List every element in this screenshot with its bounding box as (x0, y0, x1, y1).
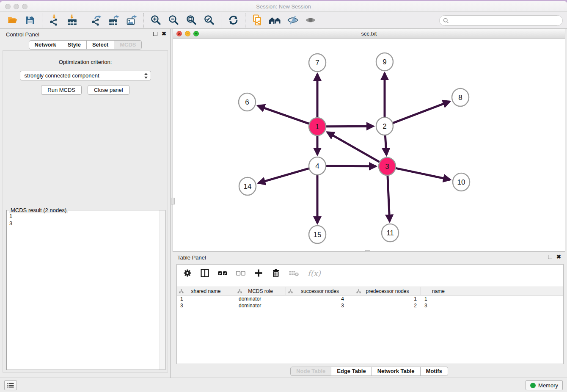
table-tab-node-table[interactable]: Node Table (290, 367, 331, 376)
import-network-icon[interactable] (48, 14, 61, 27)
svg-text:9: 9 (383, 58, 386, 66)
column-header-shared-name[interactable]: shared name (177, 287, 235, 295)
main-toolbar (0, 12, 567, 29)
save-session-icon[interactable] (24, 14, 36, 27)
fit-content-icon[interactable] (185, 14, 198, 27)
tree-hierarchy-icon (356, 289, 361, 295)
deselect-all-columns-icon[interactable] (236, 268, 246, 278)
control-tab-network[interactable]: Network (29, 40, 62, 50)
column-header-name[interactable]: name (421, 287, 456, 295)
search-input[interactable] (449, 17, 562, 24)
graph-edge-2-8[interactable] (393, 102, 450, 123)
close-table-panel-icon[interactable]: ✖ (556, 254, 561, 259)
control-panel: Control Panel ✖ NetworkStyleSelectMCDS O… (0, 29, 171, 378)
float-table-panel-icon[interactable] (548, 255, 552, 259)
network-canvas[interactable]: 1234678910111415 (173, 39, 565, 251)
table-cell[interactable]: 1 (354, 295, 421, 302)
app-window: Session: New Session (0, 1, 567, 392)
table-cell[interactable]: 3 (286, 302, 354, 309)
table-cell[interactable]: 1 (177, 295, 235, 302)
zoom-in-icon[interactable] (149, 14, 162, 27)
column-header-successor-nodes[interactable]: successor nodes (286, 287, 354, 295)
memory-button[interactable]: Memory (526, 380, 563, 390)
graph-node-7[interactable]: 7 (309, 54, 326, 72)
graph-edge-1-6[interactable] (258, 106, 309, 124)
svg-text:8: 8 (458, 94, 462, 102)
svg-text:14: 14 (244, 182, 252, 190)
table-tab-motifs[interactable]: Motifs (421, 367, 448, 376)
export-table-icon[interactable] (107, 14, 120, 27)
delete-columns-trash-icon[interactable] (271, 268, 281, 278)
create-column-plus-icon[interactable] (254, 268, 263, 278)
graph-node-1[interactable]: 1 (309, 118, 326, 135)
mcds-result-list: 13 (7, 211, 160, 370)
task-history-button[interactable] (4, 380, 17, 390)
svg-text:11: 11 (386, 229, 394, 237)
select-all-columns-icon[interactable] (217, 268, 228, 278)
main-titlebar: Session: New Session (0, 1, 567, 12)
table-cell[interactable]: dominator (235, 302, 286, 309)
graph-node-6[interactable]: 6 (239, 93, 256, 111)
close-panel-button[interactable]: Close panel (88, 85, 129, 95)
graph-edge-3-11[interactable] (388, 175, 390, 221)
run-mcds-button[interactable]: Run MCDS (41, 85, 82, 95)
svg-text:1: 1 (315, 123, 319, 131)
graph-node-8[interactable]: 8 (452, 88, 469, 106)
table-cell[interactable]: 3 (177, 302, 235, 309)
graph-node-2[interactable]: 2 (376, 117, 393, 135)
table-row[interactable]: 3dominator323 (177, 302, 563, 309)
graph-node-14[interactable]: 14 (239, 177, 256, 195)
table-cell[interactable]: 4 (286, 295, 354, 302)
zoom-selected-icon[interactable] (203, 14, 215, 27)
table-cell[interactable]: 2 (354, 302, 421, 309)
table-cell[interactable]: 1 (421, 295, 456, 302)
graph-edge-3-10[interactable] (396, 168, 450, 179)
graph-node-4[interactable]: 4 (309, 157, 326, 175)
open-session-icon[interactable] (6, 14, 19, 27)
graph-edge-3-1[interactable] (327, 132, 379, 162)
tree-hierarchy-icon (179, 289, 184, 295)
criterion-dropdown[interactable]: strongly connected component (20, 71, 151, 80)
table-tab-network-table[interactable]: Network Table (372, 367, 421, 376)
graph-edge-4-3[interactable] (326, 166, 376, 166)
table-cell[interactable]: dominator (235, 295, 286, 302)
close-panel-icon[interactable]: ✖ (162, 31, 166, 36)
svg-text:4: 4 (315, 162, 319, 170)
graph-node-15[interactable]: 15 (309, 226, 326, 243)
graph-node-3[interactable]: 3 (379, 157, 396, 175)
mcds-result-scrollbar[interactable] (160, 210, 165, 370)
control-tab-mcds[interactable]: MCDS (114, 40, 142, 50)
export-image-icon[interactable] (125, 14, 138, 27)
column-header-MCDS-role[interactable]: MCDS role (235, 287, 286, 295)
graph-node-11[interactable]: 11 (382, 224, 399, 242)
apply-function-icon: f(x) (308, 269, 321, 278)
graph-edge-1-2[interactable] (326, 126, 373, 127)
svg-text:2: 2 (383, 122, 386, 130)
show-column-panel-icon[interactable] (200, 268, 209, 278)
graph-edge-2-3[interactable] (385, 135, 386, 155)
graph-edge-4-14[interactable] (259, 168, 309, 183)
export-network-icon[interactable] (90, 14, 102, 27)
zoom-out-icon[interactable] (167, 14, 180, 27)
table-row[interactable]: 1dominator411 (177, 295, 563, 302)
graph-node-10[interactable]: 10 (453, 173, 470, 191)
copy-style-icon[interactable] (251, 14, 264, 27)
import-table-icon[interactable] (66, 14, 78, 27)
graph-node-9[interactable]: 9 (376, 53, 393, 71)
network-window-titlebar[interactable]: ✕ − + scc.txt (173, 29, 565, 39)
network-title: scc.txt (173, 29, 565, 39)
table-tab-edge-table[interactable]: Edge Table (331, 367, 372, 376)
search-field[interactable] (439, 15, 563, 26)
float-panel-icon[interactable] (153, 32, 157, 36)
apply-layout-icon[interactable] (227, 14, 239, 27)
table-cell[interactable]: 3 (421, 302, 456, 309)
vertical-splitter-handle[interactable] (171, 198, 175, 204)
control-tab-style[interactable]: Style (62, 40, 87, 50)
control-tab-select[interactable]: Select (87, 40, 114, 50)
toolbar-separator (84, 13, 84, 28)
table-options-gear-icon[interactable] (183, 268, 192, 278)
hide-graphics-details-icon[interactable] (286, 14, 299, 27)
show-graphics-details-icon[interactable] (304, 14, 317, 27)
column-header-predecessor-nodes[interactable]: predecessor nodes (354, 287, 421, 295)
ndex-houses-icon[interactable] (269, 14, 281, 27)
